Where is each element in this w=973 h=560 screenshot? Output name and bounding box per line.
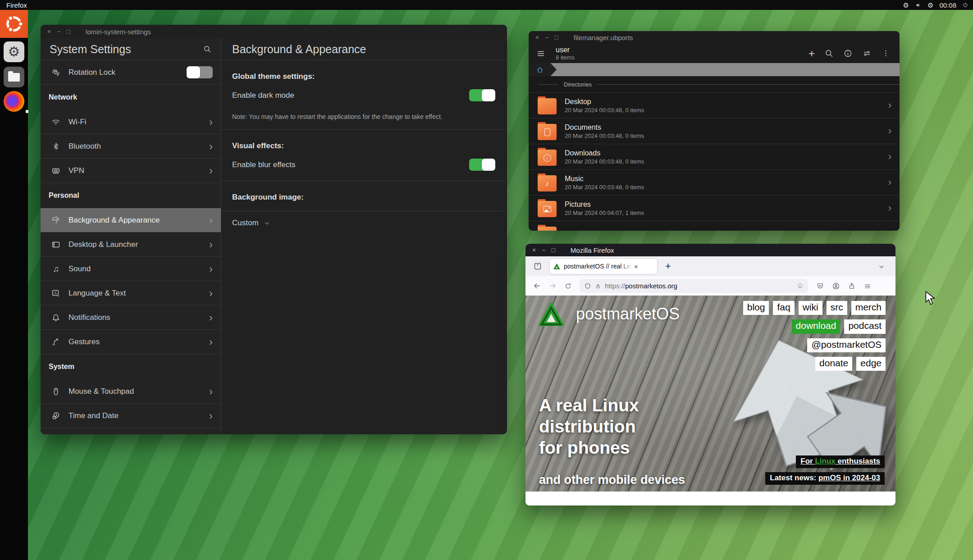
power-icon[interactable] (962, 2, 968, 8)
tab-postmarketos[interactable]: postmarketOS // real Lin × (550, 259, 657, 274)
info-icon[interactable] (843, 49, 853, 58)
maximize-button[interactable]: □ (66, 28, 70, 35)
chevron-right-icon: › (209, 142, 213, 151)
sliders-icon[interactable] (862, 49, 872, 58)
hamburger-menu-icon[interactable] (536, 49, 546, 59)
kebab-menu-icon[interactable] (881, 49, 891, 58)
sidebar-item-notifications[interactable]: Notifications› (41, 305, 221, 330)
sidebar-item-vpn[interactable]: VPN› (41, 159, 221, 183)
webpage-postmarketos: postmarketOS blog faq wiki src merch dow… (525, 296, 895, 492)
sidebar-item-mouse-touchpad[interactable]: Mouse & Touchpad› (41, 379, 221, 404)
sidebar-item-desktop-launcher[interactable]: Desktop & Launcher› (41, 232, 221, 257)
chevron-right-icon: › (888, 228, 891, 231)
sidebar-item-time-date[interactable]: Time and Date› (41, 404, 221, 428)
sidebar-item-rotation-lock[interactable]: Rotation Lock (41, 60, 221, 85)
nav-link-download[interactable]: download (792, 319, 841, 333)
dark-mode-toggle[interactable] (469, 89, 495, 101)
latest-news[interactable]: Latest news: pmOS in 2024-03 (765, 472, 885, 485)
list-item-downloads[interactable]: ↓ Downloads 20 Mar 2024 00:03:48, 0 item… (529, 144, 900, 169)
section-network: Network (41, 85, 221, 110)
forward-icon[interactable] (548, 282, 557, 290)
clock[interactable]: 00:08 (939, 1, 956, 9)
sidebar-item-wifi[interactable]: Wi-Fi› (41, 110, 221, 134)
sidebar-item-bluetooth[interactable]: Bluetooth› (41, 134, 221, 159)
back-icon[interactable] (533, 282, 541, 290)
search-icon[interactable] (203, 45, 212, 54)
filemanager-titlebar[interactable]: × − □ filemanager.ubports (529, 31, 900, 44)
close-button[interactable]: × (532, 246, 536, 254)
nav-link-mastodon[interactable]: @postmarketOS (807, 338, 886, 352)
dock-settings-button[interactable]: ⚙ (4, 41, 24, 62)
paint-roller-icon (49, 215, 63, 225)
chevron-right-icon: › (209, 118, 213, 127)
tab-close-icon[interactable]: × (634, 263, 638, 270)
home-icon (536, 66, 544, 74)
firefox-view-icon[interactable] (533, 261, 543, 271)
search-icon[interactable] (824, 49, 834, 58)
chevron-right-icon: › (209, 166, 213, 175)
list-item-public[interactable]: Public › (529, 221, 900, 231)
nav-link-donate[interactable]: donate (815, 357, 852, 371)
sidebar-item-background-appearance[interactable]: Background & Appearance› (41, 208, 221, 232)
gear-icon: ⚙ (8, 45, 20, 59)
url-host: postmarketos.org (625, 282, 677, 290)
sidebar-item-sound[interactable]: ♫ Sound› (41, 257, 221, 281)
nav-link-faq[interactable]: faq (773, 301, 794, 315)
bookmark-star-icon[interactable]: ☆ (797, 281, 804, 291)
section-personal: Personal (41, 183, 221, 208)
close-button[interactable]: × (47, 28, 51, 35)
nav-link-wiki[interactable]: wiki (799, 301, 822, 315)
minimize-button[interactable]: − (57, 28, 60, 35)
list-item-desktop[interactable]: Desktop 20 Mar 2024 00:03:48, 0 items › (529, 92, 900, 118)
pocket-icon[interactable] (816, 282, 824, 290)
window-title: Mozilla Firefox (571, 246, 614, 254)
nav-link-podcast[interactable]: podcast (844, 319, 886, 333)
url-scheme: https:// (605, 282, 625, 290)
share-icon[interactable] (848, 282, 856, 290)
sidebar-item-language-text[interactable]: Language & Text› (41, 281, 221, 305)
lock-icon[interactable] (595, 283, 601, 289)
reload-icon[interactable] (564, 282, 572, 290)
tracking-shield-icon[interactable] (584, 282, 591, 290)
dock-firefox-button[interactable] (4, 91, 24, 112)
settings-gear-icon[interactable]: ⚙ (927, 2, 933, 9)
settings-titlebar[interactable]: × − □ lomiri-system-settings (41, 25, 507, 38)
sidebar-item-gestures[interactable]: Gestures› (41, 330, 221, 354)
nav-link-blog[interactable]: blog (743, 301, 769, 315)
enthusiasts-link[interactable]: For Linux enthusiasts (796, 455, 885, 468)
rotation-lock-icon (49, 68, 63, 77)
close-button[interactable]: × (535, 34, 539, 41)
dock-ubuntu-button[interactable] (0, 10, 28, 38)
nav-link-merch[interactable]: merch (851, 301, 886, 315)
nav-link-src[interactable]: src (827, 301, 847, 315)
minimize-button[interactable]: − (542, 246, 545, 254)
session-gear-icon[interactable]: ⚙ (903, 2, 909, 9)
blur-toggle[interactable] (469, 159, 495, 171)
firefox-titlebar[interactable]: × − □ Mozilla Firefox (525, 244, 895, 256)
url-bar[interactable]: https://postmarketos.org ☆ (580, 279, 808, 293)
current-folder: user (556, 46, 575, 54)
window-title: lomiri-system-settings (86, 28, 151, 36)
app-menu-icon[interactable] (863, 282, 872, 290)
account-icon[interactable] (832, 282, 840, 290)
maximize-button[interactable]: □ (551, 246, 555, 254)
list-item-pictures[interactable]: Pictures 20 Mar 2024 00:04:07, 1 items › (529, 195, 900, 221)
maximize-button[interactable]: □ (554, 34, 558, 41)
site-brand[interactable]: postmarketOS (537, 301, 680, 327)
nav-link-edge[interactable]: edge (856, 357, 886, 371)
chevron-right-icon: › (888, 202, 891, 214)
chevron-right-icon: › (888, 177, 891, 188)
add-icon[interactable]: + (809, 48, 815, 59)
background-source-dropdown[interactable]: Custom (221, 211, 507, 235)
dock-files-button[interactable] (4, 67, 24, 87)
new-tab-button[interactable]: + (665, 260, 671, 272)
volume-icon[interactable] (915, 2, 922, 9)
page-footer-area (525, 492, 895, 505)
chevron-right-icon: › (209, 264, 213, 273)
minimize-button[interactable]: − (545, 34, 548, 41)
list-item-music[interactable]: ♪ Music 20 Mar 2024 00:03:48, 0 items › (529, 169, 900, 195)
list-item-documents[interactable]: Documents 20 Mar 2024 00:03:48, 0 items … (529, 118, 900, 144)
list-all-tabs-icon[interactable] (877, 263, 886, 271)
rotation-lock-toggle[interactable] (187, 66, 213, 78)
breadcrumb-home[interactable] (529, 63, 557, 76)
